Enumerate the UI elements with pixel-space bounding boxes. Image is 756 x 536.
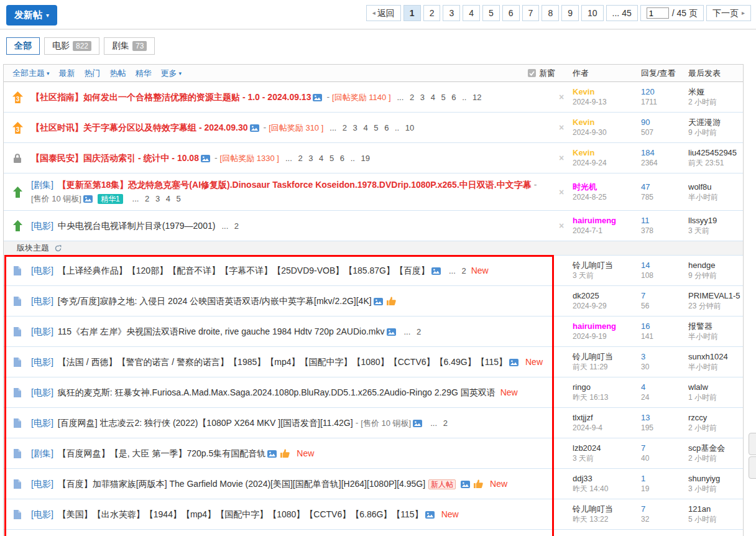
close-icon[interactable]: × <box>559 153 564 163</box>
page-button-7[interactable]: 7 <box>522 5 540 21</box>
category-link[interactable]: [电影] <box>31 509 53 519</box>
reply-count[interactable]: 3 <box>641 351 688 362</box>
tab-all[interactable]: 全部 <box>6 37 40 55</box>
page-links[interactable]: ... 2 3 4 5 <box>132 194 181 203</box>
filter-item-5[interactable]: 更多▾ <box>161 68 182 79</box>
page-links[interactable]: ... 2 3 4 5 6 .. 19 <box>285 154 370 163</box>
reply-count[interactable]: 120 <box>641 86 688 97</box>
page-button-9[interactable]: 9 <box>561 5 579 21</box>
thread-title[interactable]: [百度网盘] 壮志凌云2: 独行侠 (2022)【1080P X264 MKV … <box>58 418 353 428</box>
lastpost-user-link[interactable]: PRIMEVAL1-5 <box>688 290 743 301</box>
new-window-toggle[interactable]: 新窗 <box>528 68 573 79</box>
page-button-3[interactable]: 3 <box>443 5 460 21</box>
author-link[interactable]: hairuimeng <box>573 215 641 226</box>
lastpost-user-link[interactable]: 米娅 <box>688 86 743 97</box>
filter-item-3[interactable]: 热帖 <box>110 68 126 79</box>
category-link[interactable]: [电影] <box>31 357 53 367</box>
reply-count[interactable]: 7 <box>641 504 688 514</box>
reply-count[interactable]: 47 <box>641 182 688 192</box>
lastpost-user-link[interactable]: scp基金会 <box>688 443 743 453</box>
close-icon[interactable]: × <box>559 187 564 197</box>
tab-series[interactable]: 剧集73 <box>104 37 155 55</box>
reply-count[interactable]: 13 <box>641 412 688 423</box>
reply-count[interactable]: 16 <box>641 321 688 331</box>
close-icon[interactable]: × <box>559 92 564 102</box>
page-links[interactable]: ... 2 <box>221 221 239 231</box>
author-link[interactable]: dk2025 <box>573 290 641 301</box>
page-button-4[interactable]: 4 <box>463 5 480 21</box>
lastpost-user-link[interactable]: rzccy <box>688 412 743 423</box>
page-ellipsis-button[interactable]: ... 45 <box>606 5 638 21</box>
lastpost-user-link[interactable]: wolf8u <box>688 182 743 192</box>
lastpost-user-link[interactable]: wlalw <box>688 382 743 392</box>
page-links[interactable]: ... 2 3 4 5 6 .. 10 <box>330 123 414 132</box>
float-button-bottom[interactable] <box>749 456 756 479</box>
reply-count[interactable]: 184 <box>641 147 688 158</box>
author-link[interactable]: 铃儿响叮当 <box>573 351 641 362</box>
page-button-10[interactable]: 10 <box>581 5 604 21</box>
page-button-2[interactable]: 2 <box>423 5 441 21</box>
page-links[interactable]: ... 2 3 4 5 6 .. 12 <box>397 93 482 102</box>
category-link[interactable]: [电影] <box>31 296 53 306</box>
category-link[interactable]: [剧集] <box>31 448 53 458</box>
thread-title[interactable]: 【国泰民安】国庆活动索引 - 统计中 - 10.08 <box>31 153 199 163</box>
category-link[interactable]: [电影] <box>31 387 53 397</box>
category-link[interactable]: [电影] <box>31 266 53 275</box>
reply-count[interactable]: 4 <box>641 382 688 392</box>
lastpost-user-link[interactable]: liu425452945 <box>688 147 743 158</box>
thread-title[interactable]: 【百度网盘】【是, 大臣 第一季】720p.5集有国配音轨 <box>58 448 266 458</box>
page-links[interactable]: ... 2 <box>449 266 466 275</box>
filter-item-0[interactable]: 全部主题▾ <box>12 68 50 79</box>
filter-item-2[interactable]: 热门 <box>85 68 101 79</box>
thread-title[interactable]: 【法国 / 西德】【警官的诺言 / 警察的诺言】【1985】【mp4】【国配中字… <box>58 357 507 367</box>
reply-count[interactable]: 11 <box>641 215 688 226</box>
thread-title[interactable]: 【更新至第18集】恐龙特急克塞号(AI修复版).Dinosaur Taskfor… <box>58 180 532 190</box>
author-link[interactable]: ddj33 <box>573 473 641 484</box>
page-links[interactable]: ... 2 <box>430 418 448 428</box>
tab-movies[interactable]: 电影822 <box>44 37 99 55</box>
author-link[interactable]: ringo <box>573 382 641 392</box>
author-link[interactable]: 铃儿响叮当 <box>573 504 641 514</box>
author-link[interactable]: lzb2024 <box>573 443 641 453</box>
float-button-top[interactable] <box>749 433 756 455</box>
next-page-button[interactable]: 下一页▸ <box>706 5 751 21</box>
page-links[interactable]: ... 2 <box>404 327 422 336</box>
thread-title[interactable]: [夸克/百度]寂静之地: 入侵日 2024 公映国语英语双语/内嵌中英字幕[mk… <box>58 296 372 306</box>
author-link[interactable]: hairuimeng <box>573 321 641 331</box>
back-button[interactable]: ◂返回 <box>366 5 401 21</box>
author-link[interactable]: tlxtjjzf <box>573 412 641 423</box>
filter-item-1[interactable]: 最新 <box>59 68 75 79</box>
refresh-icon[interactable] <box>55 245 62 252</box>
lastpost-user-link[interactable]: 报警器 <box>688 321 743 331</box>
lastpost-user-link[interactable]: sunxh1024 <box>688 351 743 362</box>
author-link[interactable]: 铃儿响叮当 <box>573 260 641 270</box>
thread-title[interactable]: 115《右岸 左岸》央视国法双语Rive droite, rive gauche… <box>58 326 385 336</box>
reply-count[interactable]: 90 <box>641 117 688 127</box>
close-icon[interactable]: × <box>559 122 564 132</box>
reply-count[interactable]: 1 <box>641 473 688 484</box>
thread-title[interactable]: 【美国】【出水芙蓉】【1944】【mp4】【国配中字】【1080】【CCTV6】… <box>58 509 423 519</box>
page-button-1[interactable]: 1 <box>403 5 421 21</box>
filter-item-4[interactable]: 精华 <box>136 68 152 79</box>
thread-title[interactable]: 【百度】加菲猫家族[两版本] The Garfield Movie (2024)… <box>58 479 425 489</box>
thread-title[interactable]: 疯狂的麦克斯: 狂暴女神.Furiosa.A.Mad.Max.Saga.2024… <box>58 387 496 397</box>
thread-title[interactable]: 【社区时讯】关于字幕分区以及特效字幕组 - 2024.09.30 <box>31 122 248 132</box>
author-link[interactable]: 时光机 <box>573 182 641 192</box>
thread-title[interactable]: 【上译经典作品】【120部】【配音不详】【字幕不详】【25DVD9-VOB】【1… <box>58 266 430 275</box>
category-link[interactable]: [电影] <box>31 418 53 428</box>
lastpost-user-link[interactable]: llssyy19 <box>688 215 743 226</box>
lastpost-user-link[interactable]: 天涯漫游 <box>688 117 743 127</box>
reply-count[interactable]: 7 <box>641 290 688 301</box>
author-link[interactable]: Kevin <box>573 147 641 158</box>
thread-title[interactable]: 【社区指南】如何发出一个合格整洁优雅的资源主题贴 - 1.0 - 2024.09… <box>31 92 311 102</box>
lastpost-user-link[interactable]: hendge <box>688 260 743 270</box>
author-link[interactable]: Kevin <box>573 117 641 127</box>
new-post-button[interactable]: 发新帖 ▾ <box>6 5 57 25</box>
lastpost-user-link[interactable]: shunyiyg <box>688 473 743 484</box>
category-link[interactable]: [电影] <box>31 221 53 231</box>
reply-count[interactable]: 14 <box>641 260 688 270</box>
category-link[interactable]: [剧集] <box>31 180 53 190</box>
reply-count[interactable]: 7 <box>641 443 688 453</box>
page-jump-input[interactable] <box>647 7 669 19</box>
page-button-8[interactable]: 8 <box>542 5 559 21</box>
